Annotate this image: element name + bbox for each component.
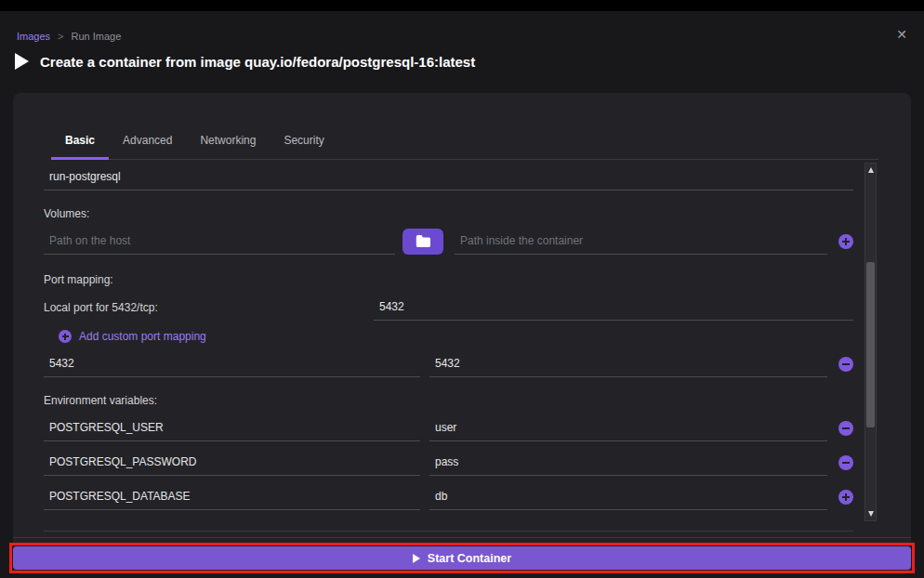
run-image-page: Images > Run Image ✕ Create a container … [0,0,924,578]
play-icon [15,53,29,70]
env-name-input[interactable] [44,449,420,476]
play-icon [413,554,420,563]
tabs-bar: Basic Advanced Networking Security [51,126,878,160]
env-variables-label: Environment variables: [44,394,853,407]
content-bottom-divider [44,531,853,532]
env-row [44,483,853,510]
volume-row [44,228,853,255]
dialog-panel: Basic Advanced Networking Security Volum… [13,93,911,574]
volume-host-path-input[interactable] [44,228,395,255]
custom-port-host-input[interactable] [44,350,420,377]
add-icon [59,330,72,343]
tab-basic[interactable]: Basic [51,126,109,160]
breadcrumb-separator: > [58,31,63,42]
volumes-label: Volumes: [44,207,853,220]
scrollbar-thumb[interactable] [866,262,875,427]
scroll-up-icon[interactable] [868,167,874,173]
add-custom-port-mapping[interactable]: Add custom port mapping [59,330,853,343]
local-port-label: Local port for 5432/tcp: [44,301,374,314]
env-value-input[interactable] [429,414,827,441]
remove-port-mapping-icon[interactable] [838,357,853,372]
start-container-label: Start Container [428,552,511,565]
add-volume-icon[interactable] [838,234,853,249]
breadcrumb-images-link[interactable]: Images [17,31,50,42]
volume-container-path-input[interactable] [455,228,827,255]
folder-icon [416,235,430,247]
env-row [44,414,853,441]
add-env-icon[interactable] [838,490,853,505]
page-title: Create a container from image quay.io/fe… [40,54,475,70]
start-container-button[interactable]: Start Container [13,546,911,570]
tab-security[interactable]: Security [270,126,337,160]
form-content: Volumes: Port mapping: Local port for 54… [44,164,853,510]
scroll-down-icon[interactable] [868,511,874,517]
env-name-input[interactable] [44,414,420,441]
local-port-input[interactable] [374,294,853,321]
window-top-strip [0,0,924,11]
custom-port-row [44,350,853,377]
tab-advanced[interactable]: Advanced [109,126,186,160]
tab-networking[interactable]: Networking [186,126,270,160]
env-value-input[interactable] [429,483,827,510]
remove-env-icon[interactable] [838,421,853,436]
env-name-input[interactable] [44,483,420,510]
local-port-row: Local port for 5432/tcp: [44,294,853,321]
add-custom-port-label: Add custom port mapping [79,330,206,343]
browse-folder-button[interactable] [403,229,443,255]
remove-env-icon[interactable] [838,455,853,470]
env-value-input[interactable] [429,449,827,476]
breadcrumb-current: Run Image [72,31,122,42]
scrollbar[interactable] [865,163,877,521]
port-mapping-label: Port mapping: [44,273,853,286]
container-name-input[interactable] [44,164,853,190]
page-header: Create a container from image quay.io/fe… [15,53,475,70]
breadcrumb: Images > Run Image [17,31,121,42]
close-icon[interactable]: ✕ [896,28,907,41]
custom-port-container-input[interactable] [429,350,827,377]
container-name-row [44,164,853,190]
env-row [44,449,853,476]
footer-divider [13,537,911,538]
